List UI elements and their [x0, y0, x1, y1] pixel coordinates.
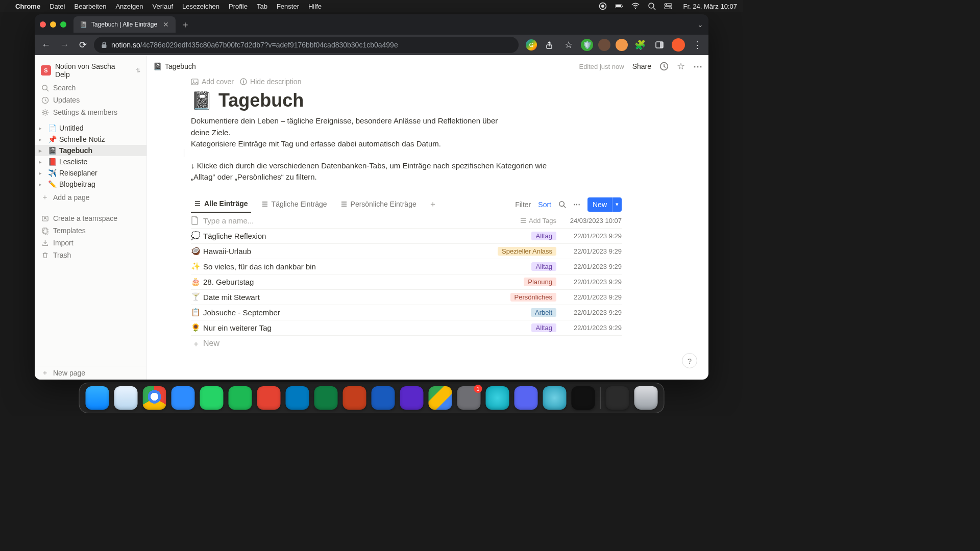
- dock-spotify-icon[interactable]: [229, 386, 252, 410]
- workspace-switcher[interactable]: S Notion von Sascha Delp ⇅: [35, 59, 146, 82]
- app-name[interactable]: Chrome: [15, 3, 40, 10]
- battery-icon[interactable]: [615, 2, 623, 10]
- tab-overflow-icon[interactable]: ⌄: [697, 20, 703, 29]
- reload-button[interactable]: ⟳: [76, 38, 90, 52]
- add-view-button[interactable]: ＋: [427, 199, 439, 210]
- favorite-star-icon[interactable]: ☆: [677, 61, 685, 72]
- sidebar-settings[interactable]: Settings & members: [35, 106, 146, 118]
- record-icon[interactable]: [599, 2, 607, 10]
- chevron-right-icon[interactable]: ▸: [39, 159, 46, 165]
- menu-bearbeiten[interactable]: Bearbeiten: [74, 3, 106, 10]
- dock-discord-icon[interactable]: [514, 386, 538, 410]
- back-button[interactable]: ←: [39, 38, 53, 52]
- name-input[interactable]: Type a name...: [203, 216, 494, 225]
- window-close-icon[interactable]: [40, 21, 46, 28]
- sidebar-page-reiseplaner[interactable]: ▸✈️Reiseplaner: [35, 167, 146, 179]
- sidebar-search[interactable]: Search: [35, 82, 146, 94]
- chevron-right-icon[interactable]: ▸: [39, 170, 46, 177]
- page-description[interactable]: Dokumentiere dein Leben – tägliche Ereig…: [191, 115, 512, 150]
- new-entry-button[interactable]: New ▾: [587, 197, 622, 212]
- menu-hilfe[interactable]: Hilfe: [308, 3, 322, 10]
- sidebar-page-blogbeitrag[interactable]: ▸✏️Blogbeitrag: [35, 179, 146, 190]
- db-search-icon[interactable]: [558, 201, 566, 208]
- chevron-right-icon[interactable]: ▸: [39, 147, 46, 154]
- chevron-right-icon[interactable]: ▸: [39, 136, 46, 143]
- chevron-down-icon[interactable]: ▾: [612, 197, 622, 212]
- dock-app-teal-icon[interactable]: [486, 386, 509, 410]
- sidebar-trash[interactable]: Trash: [35, 249, 146, 261]
- entry-row[interactable]: 🎂28. GeburtstagPlanung22/01/2023 9:29: [191, 274, 622, 290]
- dock-zoom-icon[interactable]: [172, 386, 195, 410]
- sort-button[interactable]: Sort: [538, 201, 551, 209]
- forward-button[interactable]: →: [57, 38, 71, 52]
- sidebar-teamspace[interactable]: Create a teamspace: [35, 212, 146, 224]
- share-button[interactable]: Share: [632, 62, 651, 70]
- menu-profile[interactable]: Profile: [229, 3, 248, 10]
- tag-pill[interactable]: Alltag: [531, 323, 556, 332]
- dock-excel-icon[interactable]: [314, 386, 338, 410]
- entry-row[interactable]: 🍸Date mit StewartPersönliches22/01/2023 …: [191, 290, 622, 305]
- extensions-puzzle-icon[interactable]: 🧩: [633, 38, 647, 52]
- dock-trello-icon[interactable]: [286, 386, 309, 410]
- menu-anzeigen[interactable]: Anzeigen: [115, 3, 143, 10]
- search-icon[interactable]: [648, 2, 656, 10]
- updates-icon[interactable]: [659, 62, 669, 71]
- sidebar-add-page[interactable]: ＋ Add a page: [35, 191, 146, 204]
- address-bar[interactable]: notion.so/4c786e029edf435c80a67b00fc7d2d…: [94, 37, 519, 53]
- filter-button[interactable]: Filter: [515, 201, 531, 209]
- dock-safari-icon[interactable]: [114, 386, 138, 410]
- translate-icon[interactable]: G: [526, 39, 537, 51]
- dock-todoist-icon[interactable]: [257, 386, 281, 410]
- view-personal[interactable]: Persönliche Einträge: [337, 197, 420, 212]
- dock-chrome-icon[interactable]: [143, 386, 166, 410]
- sidebar-page-tagebuch[interactable]: ▸📓Tagebuch: [35, 145, 146, 156]
- dock-trash-icon[interactable]: [634, 386, 658, 410]
- sidebar-import[interactable]: Import: [35, 237, 146, 249]
- chrome-menu-icon[interactable]: ⋮: [690, 38, 704, 52]
- help-button[interactable]: ?: [682, 353, 697, 368]
- new-tab-button[interactable]: ＋: [181, 18, 190, 31]
- entry-row[interactable]: 📋Jobsuche - SeptemberArbeit22/01/2023 9:…: [191, 305, 622, 320]
- entry-row[interactable]: ✨So vieles, für das ich dankbar binAllta…: [191, 259, 622, 274]
- menu-verlauf[interactable]: Verlauf: [153, 3, 173, 10]
- close-tab-icon[interactable]: ✕: [162, 21, 169, 28]
- share-icon[interactable]: [542, 38, 556, 52]
- dock-powerpoint-icon[interactable]: [343, 386, 366, 410]
- chevron-right-icon[interactable]: ▸: [39, 181, 46, 188]
- entry-row[interactable]: 💭Tägliche ReflexionAlltag22/01/2023 9:29: [191, 229, 622, 244]
- add-tags-button[interactable]: Add Tags: [520, 217, 556, 224]
- window-controls[interactable]: [40, 21, 66, 28]
- entry-row[interactable]: 🥥Hawaii-UrlaubSpezieller Anlass22/01/202…: [191, 244, 622, 259]
- window-maximize-icon[interactable]: [60, 21, 66, 28]
- page-icon[interactable]: 📓: [191, 90, 212, 111]
- menu-lesezeichen[interactable]: Lesezeichen: [182, 3, 219, 10]
- sidebar-new-page[interactable]: ＋ New page: [35, 366, 146, 380]
- tag-pill[interactable]: Arbeit: [531, 308, 556, 317]
- tag-pill[interactable]: Spezieller Anlass: [498, 247, 556, 256]
- control-center-icon[interactable]: [664, 2, 672, 10]
- view-daily[interactable]: Tägliche Einträge: [258, 197, 330, 212]
- extension-1-icon[interactable]: 🛡️: [581, 39, 593, 51]
- menubar-clock[interactable]: Fr. 24. März 10:07: [683, 3, 738, 10]
- db-menu-icon[interactable]: ⋯: [573, 201, 580, 209]
- browser-tab[interactable]: 📓 Tagebuch | Alle Einträge ✕: [74, 16, 176, 33]
- menu-fenster[interactable]: Fenster: [277, 3, 299, 10]
- entry-row[interactable]: 🌻Nur ein weiterer TagAlltag22/01/2023 9:…: [191, 320, 622, 336]
- sidebar-updates[interactable]: Updates: [35, 94, 146, 106]
- add-cover-button[interactable]: Add cover: [191, 78, 234, 86]
- menu-tab[interactable]: Tab: [257, 3, 267, 10]
- profile-avatar[interactable]: [672, 38, 685, 52]
- tag-pill[interactable]: Persönliches: [510, 293, 556, 302]
- dock-word-icon[interactable]: [372, 386, 395, 410]
- page-tip[interactable]: ↓ Klicke dich durch die verschiedenen Da…: [191, 160, 564, 183]
- sidepanel-icon[interactable]: [652, 38, 667, 52]
- dock-quicktime-icon[interactable]: [543, 386, 567, 410]
- view-all[interactable]: Alle Einträge: [191, 196, 251, 213]
- new-entry-row[interactable]: Type a name... Add Tags 24/03/2023 10:07: [191, 213, 622, 229]
- dock-mission-control-icon[interactable]: [606, 386, 629, 410]
- dock-drive-icon[interactable]: [429, 386, 452, 410]
- tag-pill[interactable]: Alltag: [531, 262, 556, 271]
- sidebar-page-schnelle-notiz[interactable]: ▸📌Schnelle Notiz: [35, 134, 146, 145]
- dock-finder-icon[interactable]: [86, 386, 109, 410]
- page-menu-icon[interactable]: ⋯: [693, 61, 702, 72]
